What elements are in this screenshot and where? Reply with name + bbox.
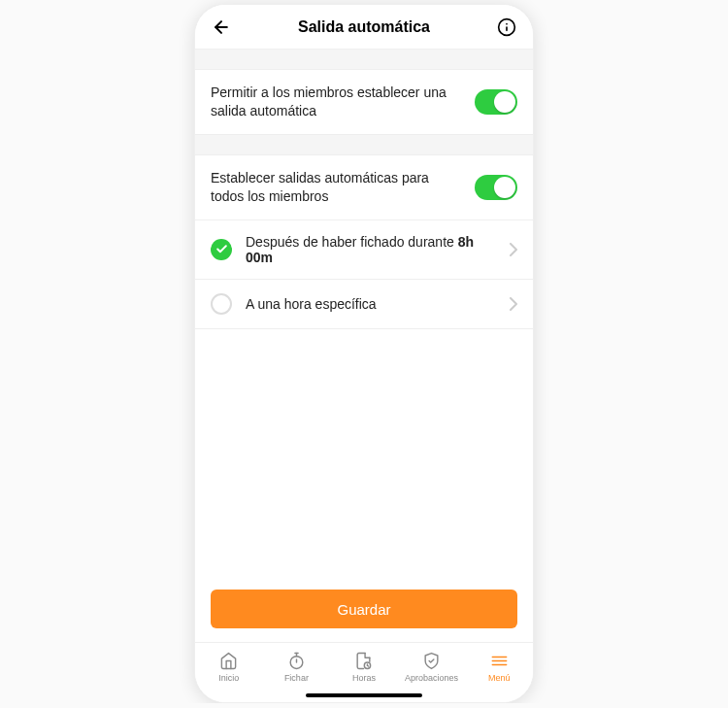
check-icon — [215, 243, 228, 255]
auto-clockout-section: Establecer salidas automáticas para todo… — [195, 154, 533, 280]
set-all-members-label: Establecer salidas automáticas para todo… — [211, 169, 475, 206]
document-clock-icon — [354, 651, 374, 670]
allow-members-label: Permitir a los miembros establecer una s… — [211, 84, 475, 120]
set-all-members-row: Establecer salidas automáticas para todo… — [195, 155, 533, 220]
save-button[interactable]: Guardar — [211, 590, 517, 628]
tab-home-label: Inicio — [218, 673, 239, 683]
allow-members-toggle[interactable] — [475, 89, 517, 115]
tab-menu-label: Menú — [488, 673, 511, 683]
tab-clock-label: Fichar — [284, 673, 309, 683]
chevron-right-icon — [510, 297, 517, 311]
tab-hours[interactable]: Horas — [330, 651, 398, 683]
allow-members-row: Permitir a los miembros establecer una s… — [195, 70, 533, 134]
arrow-left-icon — [212, 17, 231, 37]
shield-check-icon — [422, 651, 442, 670]
svg-line-10 — [368, 665, 369, 666]
chevron-right-icon — [510, 243, 517, 256]
radio-unselected-icon — [211, 293, 232, 315]
menu-icon — [489, 651, 509, 670]
page-title: Salida automática — [298, 18, 430, 36]
tab-home[interactable]: Inicio — [195, 651, 263, 683]
info-icon — [497, 17, 516, 37]
option-specific-time[interactable]: A una hora específica — [195, 280, 533, 328]
back-button[interactable] — [211, 17, 232, 38]
tab-approvals-label: Aprobaciones — [405, 673, 458, 683]
tab-clock[interactable]: Fichar — [263, 651, 331, 683]
save-area: Guardar — [195, 580, 533, 642]
content-area: Permitir a los miembros establecer una s… — [195, 50, 533, 642]
specific-time-section: A una hora específica — [195, 280, 533, 329]
tab-bar: Inicio Fichar — [195, 642, 533, 702]
tab-approvals[interactable]: Aprobaciones — [398, 651, 466, 683]
home-icon — [219, 651, 239, 670]
tab-hours-label: Horas — [352, 673, 376, 683]
tab-menu[interactable]: Menú — [465, 651, 533, 683]
option-after-clocked-text: Después de haber fichado durante 8h 00m — [246, 234, 502, 265]
header: Salida automática — [195, 5, 533, 50]
radio-selected-icon — [211, 239, 232, 260]
home-indicator[interactable] — [306, 693, 422, 697]
info-button[interactable] — [496, 17, 517, 38]
allow-members-section: Permitir a los miembros establecer una s… — [195, 69, 533, 135]
app-screen: Salida automática Permitir a los miembro… — [194, 4, 534, 703]
stopwatch-icon — [286, 651, 306, 670]
option-specific-time-label: A una hora específica — [246, 296, 502, 312]
option-after-clocked-label: Después de haber fichado durante — [246, 234, 454, 250]
set-all-members-toggle[interactable] — [475, 175, 517, 200]
option-after-clocked[interactable]: Después de haber fichado durante 8h 00m — [195, 220, 533, 279]
